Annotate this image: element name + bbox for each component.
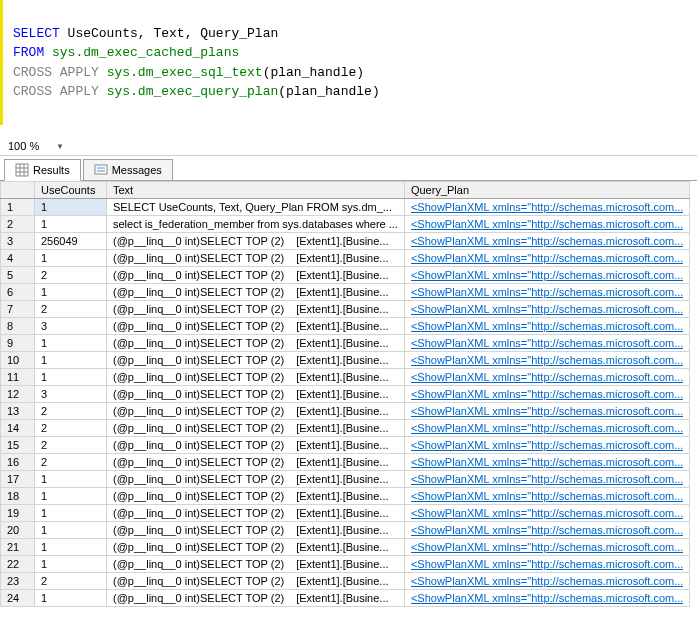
cell-text[interactable]: (@p__linq__0 int)SELECT TOP (2)[Extent1]… bbox=[107, 335, 405, 352]
row-number[interactable]: 15 bbox=[1, 437, 35, 454]
table-row[interactable]: 201(@p__linq__0 int)SELECT TOP (2)[Exten… bbox=[1, 522, 690, 539]
table-row[interactable]: 83(@p__linq__0 int)SELECT TOP (2)[Extent… bbox=[1, 318, 690, 335]
cell-queryplan[interactable]: <ShowPlanXML xmlns="http://schemas.micro… bbox=[404, 216, 690, 233]
table-row[interactable]: 111(@p__linq__0 int)SELECT TOP (2)[Exten… bbox=[1, 369, 690, 386]
cell-queryplan[interactable]: <ShowPlanXML xmlns="http://schemas.micro… bbox=[404, 590, 690, 607]
row-number[interactable]: 8 bbox=[1, 318, 35, 335]
cell-usecounts[interactable]: 2 bbox=[35, 267, 107, 284]
row-number[interactable]: 20 bbox=[1, 522, 35, 539]
row-number[interactable]: 22 bbox=[1, 556, 35, 573]
cell-text[interactable]: (@p__linq__0 int)SELECT TOP (2)[Extent1]… bbox=[107, 522, 405, 539]
cell-queryplan[interactable]: <ShowPlanXML xmlns="http://schemas.micro… bbox=[404, 437, 690, 454]
cell-queryplan[interactable]: <ShowPlanXML xmlns="http://schemas.micro… bbox=[404, 471, 690, 488]
cell-text[interactable]: (@p__linq__0 int)SELECT TOP (2)[Extent1]… bbox=[107, 250, 405, 267]
cell-text[interactable]: (@p__linq__0 int)SELECT TOP (2)[Extent1]… bbox=[107, 420, 405, 437]
cell-usecounts[interactable]: 2 bbox=[35, 454, 107, 471]
sql-editor[interactable]: SELECT UseCounts, Text, Query_Plan FROM … bbox=[0, 0, 697, 125]
cell-usecounts[interactable]: 1 bbox=[35, 471, 107, 488]
cell-usecounts[interactable]: 2 bbox=[35, 403, 107, 420]
cell-usecounts[interactable]: 1 bbox=[35, 488, 107, 505]
row-number[interactable]: 6 bbox=[1, 284, 35, 301]
cell-usecounts[interactable]: 1 bbox=[35, 216, 107, 233]
cell-usecounts[interactable]: 1 bbox=[35, 199, 107, 216]
cell-usecounts[interactable]: 1 bbox=[35, 369, 107, 386]
row-number[interactable]: 4 bbox=[1, 250, 35, 267]
queryplan-link[interactable]: <ShowPlanXML xmlns="http://schemas.micro… bbox=[411, 422, 684, 434]
table-row[interactable]: 171(@p__linq__0 int)SELECT TOP (2)[Exten… bbox=[1, 471, 690, 488]
cell-text[interactable]: (@p__linq__0 int)SELECT TOP (2)[Extent1]… bbox=[107, 471, 405, 488]
queryplan-link[interactable]: <ShowPlanXML xmlns="http://schemas.micro… bbox=[411, 592, 684, 604]
row-number[interactable]: 3 bbox=[1, 233, 35, 250]
cell-text[interactable]: (@p__linq__0 int)SELECT TOP (2)[Extent1]… bbox=[107, 284, 405, 301]
row-number[interactable]: 12 bbox=[1, 386, 35, 403]
cell-usecounts[interactable]: 1 bbox=[35, 505, 107, 522]
cell-queryplan[interactable]: <ShowPlanXML xmlns="http://schemas.micro… bbox=[404, 250, 690, 267]
queryplan-link[interactable]: <ShowPlanXML xmlns="http://schemas.micro… bbox=[411, 269, 684, 281]
table-row[interactable]: 21select is_federation_member from sys.d… bbox=[1, 216, 690, 233]
cell-queryplan[interactable]: <ShowPlanXML xmlns="http://schemas.micro… bbox=[404, 454, 690, 471]
cell-queryplan[interactable]: <ShowPlanXML xmlns="http://schemas.micro… bbox=[404, 318, 690, 335]
cell-text[interactable]: (@p__linq__0 int)SELECT TOP (2)[Extent1]… bbox=[107, 267, 405, 284]
table-row[interactable]: 152(@p__linq__0 int)SELECT TOP (2)[Exten… bbox=[1, 437, 690, 454]
cell-queryplan[interactable]: <ShowPlanXML xmlns="http://schemas.micro… bbox=[404, 352, 690, 369]
cell-queryplan[interactable]: <ShowPlanXML xmlns="http://schemas.micro… bbox=[404, 505, 690, 522]
table-row[interactable]: 241(@p__linq__0 int)SELECT TOP (2)[Exten… bbox=[1, 590, 690, 607]
col-header-text[interactable]: Text bbox=[107, 182, 405, 199]
cell-queryplan[interactable]: <ShowPlanXML xmlns="http://schemas.micro… bbox=[404, 199, 690, 216]
cell-usecounts[interactable]: 1 bbox=[35, 590, 107, 607]
queryplan-link[interactable]: <ShowPlanXML xmlns="http://schemas.micro… bbox=[411, 558, 684, 570]
cell-text[interactable]: select is_federation_member from sys.dat… bbox=[107, 216, 405, 233]
cell-queryplan[interactable]: <ShowPlanXML xmlns="http://schemas.micro… bbox=[404, 420, 690, 437]
cell-queryplan[interactable]: <ShowPlanXML xmlns="http://schemas.micro… bbox=[404, 386, 690, 403]
table-row[interactable]: 72(@p__linq__0 int)SELECT TOP (2)[Extent… bbox=[1, 301, 690, 318]
table-row[interactable]: 123(@p__linq__0 int)SELECT TOP (2)[Exten… bbox=[1, 386, 690, 403]
table-row[interactable]: 101(@p__linq__0 int)SELECT TOP (2)[Exten… bbox=[1, 352, 690, 369]
queryplan-link[interactable]: <ShowPlanXML xmlns="http://schemas.micro… bbox=[411, 235, 684, 247]
row-number[interactable]: 23 bbox=[1, 573, 35, 590]
cell-text[interactable]: (@p__linq__0 int)SELECT TOP (2)[Extent1]… bbox=[107, 403, 405, 420]
chevron-down-icon[interactable]: ▼ bbox=[56, 142, 64, 151]
queryplan-link[interactable]: <ShowPlanXML xmlns="http://schemas.micro… bbox=[411, 252, 684, 264]
cell-queryplan[interactable]: <ShowPlanXML xmlns="http://schemas.micro… bbox=[404, 522, 690, 539]
row-number[interactable]: 2 bbox=[1, 216, 35, 233]
row-number[interactable]: 13 bbox=[1, 403, 35, 420]
cell-usecounts[interactable]: 3 bbox=[35, 318, 107, 335]
cell-usecounts[interactable]: 3 bbox=[35, 386, 107, 403]
cell-queryplan[interactable]: <ShowPlanXML xmlns="http://schemas.micro… bbox=[404, 233, 690, 250]
cell-text[interactable]: (@p__linq__0 int)SELECT TOP (2)[Extent1]… bbox=[107, 369, 405, 386]
cell-queryplan[interactable]: <ShowPlanXML xmlns="http://schemas.micro… bbox=[404, 301, 690, 318]
queryplan-link[interactable]: <ShowPlanXML xmlns="http://schemas.micro… bbox=[411, 201, 684, 213]
cell-text[interactable]: (@p__linq__0 int)SELECT TOP (2)[Extent1]… bbox=[107, 437, 405, 454]
cell-usecounts[interactable]: 1 bbox=[35, 522, 107, 539]
queryplan-link[interactable]: <ShowPlanXML xmlns="http://schemas.micro… bbox=[411, 405, 684, 417]
queryplan-link[interactable]: <ShowPlanXML xmlns="http://schemas.micro… bbox=[411, 524, 684, 536]
queryplan-link[interactable]: <ShowPlanXML xmlns="http://schemas.micro… bbox=[411, 490, 684, 502]
row-number[interactable]: 24 bbox=[1, 590, 35, 607]
table-row[interactable]: 221(@p__linq__0 int)SELECT TOP (2)[Exten… bbox=[1, 556, 690, 573]
cell-queryplan[interactable]: <ShowPlanXML xmlns="http://schemas.micro… bbox=[404, 539, 690, 556]
row-number[interactable]: 11 bbox=[1, 369, 35, 386]
table-row[interactable]: 142(@p__linq__0 int)SELECT TOP (2)[Exten… bbox=[1, 420, 690, 437]
cell-queryplan[interactable]: <ShowPlanXML xmlns="http://schemas.micro… bbox=[404, 335, 690, 352]
table-row[interactable]: 11SELECT UseCounts, Text, Query_Plan FRO… bbox=[1, 199, 690, 216]
table-row[interactable]: 3256049(@p__linq__0 int)SELECT TOP (2)[E… bbox=[1, 233, 690, 250]
queryplan-link[interactable]: <ShowPlanXML xmlns="http://schemas.micro… bbox=[411, 456, 684, 468]
row-number[interactable]: 7 bbox=[1, 301, 35, 318]
queryplan-link[interactable]: <ShowPlanXML xmlns="http://schemas.micro… bbox=[411, 439, 684, 451]
col-header-usecounts[interactable]: UseCounts bbox=[35, 182, 107, 199]
cell-text[interactable]: (@p__linq__0 int)SELECT TOP (2)[Extent1]… bbox=[107, 556, 405, 573]
cell-queryplan[interactable]: <ShowPlanXML xmlns="http://schemas.micro… bbox=[404, 573, 690, 590]
table-row[interactable]: 211(@p__linq__0 int)SELECT TOP (2)[Exten… bbox=[1, 539, 690, 556]
row-number[interactable]: 14 bbox=[1, 420, 35, 437]
cell-text[interactable]: (@p__linq__0 int)SELECT TOP (2)[Extent1]… bbox=[107, 454, 405, 471]
queryplan-link[interactable]: <ShowPlanXML xmlns="http://schemas.micro… bbox=[411, 286, 684, 298]
cell-queryplan[interactable]: <ShowPlanXML xmlns="http://schemas.micro… bbox=[404, 267, 690, 284]
row-number[interactable]: 1 bbox=[1, 199, 35, 216]
row-number[interactable]: 19 bbox=[1, 505, 35, 522]
cell-text[interactable]: (@p__linq__0 int)SELECT TOP (2)[Extent1]… bbox=[107, 488, 405, 505]
queryplan-link[interactable]: <ShowPlanXML xmlns="http://schemas.micro… bbox=[411, 371, 684, 383]
table-row[interactable]: 162(@p__linq__0 int)SELECT TOP (2)[Exten… bbox=[1, 454, 690, 471]
cell-usecounts[interactable]: 1 bbox=[35, 335, 107, 352]
queryplan-link[interactable]: <ShowPlanXML xmlns="http://schemas.micro… bbox=[411, 320, 684, 332]
queryplan-link[interactable]: <ShowPlanXML xmlns="http://schemas.micro… bbox=[411, 337, 684, 349]
